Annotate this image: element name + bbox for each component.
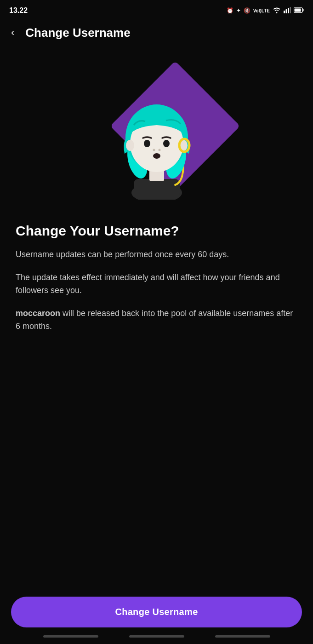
svg-rect-0 <box>284 11 285 13</box>
svg-point-14 <box>126 140 134 151</box>
svg-point-21 <box>153 153 160 159</box>
status-time: 13.22 <box>9 6 28 15</box>
mute-icon: 🔇 <box>244 7 250 14</box>
page-title: Change Username <box>25 26 130 40</box>
change-username-button[interactable]: Change Username <box>11 597 302 627</box>
bluetooth-icon: ✦ <box>236 7 241 14</box>
nav-dot-3 <box>215 635 270 638</box>
alarm-icon: ⏰ <box>227 7 233 14</box>
svg-point-20 <box>158 149 160 151</box>
svg-rect-5 <box>303 9 304 11</box>
battery-icon <box>294 7 304 14</box>
username-mention: moccaroon <box>16 309 60 318</box>
character-illustration <box>106 71 207 200</box>
svg-rect-8 <box>134 179 180 197</box>
main-content: Change Your Username? Username updates c… <box>0 48 313 352</box>
status-bar: 13.22 ⏰ ✦ 🔇 Vol)LTE <box>0 0 313 20</box>
content-section: Change Your Username? Username updates c… <box>14 223 299 343</box>
nav-dot-2 <box>129 635 184 638</box>
volte-icon: Vol)LTE <box>253 8 270 13</box>
main-heading: Change Your Username? <box>16 223 297 239</box>
back-button[interactable]: ‹ <box>9 25 16 40</box>
svg-rect-1 <box>286 9 287 13</box>
svg-point-18 <box>163 140 170 147</box>
info-paragraph-3: moccaroon will be released back into the… <box>16 307 297 333</box>
nav-bar: ‹ Change Username <box>0 20 313 48</box>
svg-point-19 <box>153 149 155 151</box>
svg-rect-2 <box>288 8 289 13</box>
info-paragraph-1: Username updates can be performed once e… <box>16 248 297 261</box>
svg-rect-6 <box>295 8 301 12</box>
svg-point-17 <box>144 140 150 147</box>
status-icons: ⏰ ✦ 🔇 Vol)LTE <box>227 7 304 15</box>
svg-rect-3 <box>290 7 291 13</box>
signal-icon <box>284 7 291 15</box>
info-paragraph-2: The update takes effect immediately and … <box>16 271 297 297</box>
bottom-area: Change Username <box>0 587 313 644</box>
wifi-icon <box>273 7 281 15</box>
nav-dot-1 <box>43 635 98 638</box>
illustration-container <box>14 66 299 204</box>
nav-indicators <box>0 631 313 640</box>
